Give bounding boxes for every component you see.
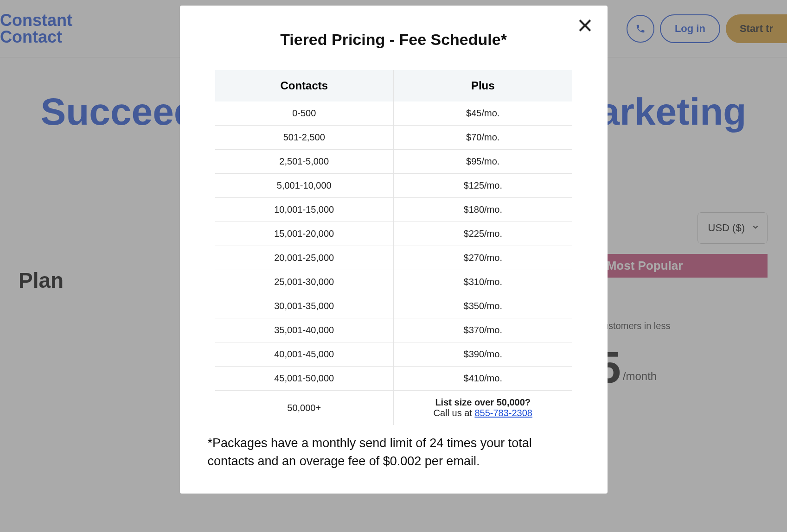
table-row: 50,000+List size over 50,000?Call us at … (215, 391, 572, 425)
modal-overlay[interactable]: ✕ Tiered Pricing - Fee Schedule* Contact… (0, 0, 787, 532)
contacts-cell: 10,001-15,000 (215, 198, 394, 222)
table-header-contacts: Contacts (215, 70, 394, 101)
contacts-cell: 2,501-5,000 (215, 150, 394, 174)
table-row: 40,001-45,000$390/mo. (215, 342, 572, 367)
contacts-cell: 15,001-20,000 (215, 222, 394, 246)
price-cell: $390/mo. (394, 342, 572, 367)
price-cell: $310/mo. (394, 270, 572, 294)
close-button[interactable]: ✕ (576, 16, 594, 36)
contacts-cell: 0-500 (215, 101, 394, 126)
price-cell: $70/mo. (394, 126, 572, 150)
table-row: 45,001-50,000$410/mo. (215, 367, 572, 391)
table-row: 5,001-10,000$125/mo. (215, 174, 572, 198)
pricing-footnote: *Packages have a monthly send limit of 2… (208, 434, 580, 470)
close-icon: ✕ (576, 14, 594, 37)
contacts-cell: 501-2,500 (215, 126, 394, 150)
contacts-cell: 20,001-25,000 (215, 246, 394, 270)
table-row: 10,001-15,000$180/mo. (215, 198, 572, 222)
price-cell: $350/mo. (394, 294, 572, 318)
contacts-cell: 45,001-50,000 (215, 367, 394, 391)
table-row: 25,001-30,000$310/mo. (215, 270, 572, 294)
contacts-cell: 5,001-10,000 (215, 174, 394, 198)
modal-title: Tiered Pricing - Fee Schedule* (208, 31, 580, 49)
price-cell: $180/mo. (394, 198, 572, 222)
table-row: 20,001-25,000$270/mo. (215, 246, 572, 270)
phone-link[interactable]: 855-783-2308 (474, 408, 532, 418)
contacts-cell: 35,001-40,000 (215, 318, 394, 342)
pricing-modal: ✕ Tiered Pricing - Fee Schedule* Contact… (180, 6, 608, 494)
table-row: 15,001-20,000$225/mo. (215, 222, 572, 246)
price-cell: $225/mo. (394, 222, 572, 246)
price-cell: $410/mo. (394, 367, 572, 391)
contacts-cell: 25,001-30,000 (215, 270, 394, 294)
over-limit-question: List size over 50,000? (394, 397, 572, 408)
price-cell: $370/mo. (394, 318, 572, 342)
table-row: 2,501-5,000$95/mo. (215, 150, 572, 174)
over-limit-call-text: Call us at (434, 408, 475, 418)
price-cell: $125/mo. (394, 174, 572, 198)
price-cell: $45/mo. (394, 101, 572, 126)
table-header-plus: Plus (394, 70, 572, 101)
contacts-cell: 40,001-45,000 (215, 342, 394, 367)
table-row: 35,001-40,000$370/mo. (215, 318, 572, 342)
table-row: 501-2,500$70/mo. (215, 126, 572, 150)
contacts-cell: 50,000+ (215, 391, 394, 425)
table-row: 0-500$45/mo. (215, 101, 572, 126)
price-cell: $270/mo. (394, 246, 572, 270)
price-cell: $95/mo. (394, 150, 572, 174)
contacts-cell: 30,001-35,000 (215, 294, 394, 318)
table-row: 30,001-35,000$350/mo. (215, 294, 572, 318)
pricing-table: Contacts Plus 0-500$45/mo.501-2,500$70/m… (215, 70, 572, 425)
over-limit-cell: List size over 50,000?Call us at 855-783… (394, 391, 572, 425)
